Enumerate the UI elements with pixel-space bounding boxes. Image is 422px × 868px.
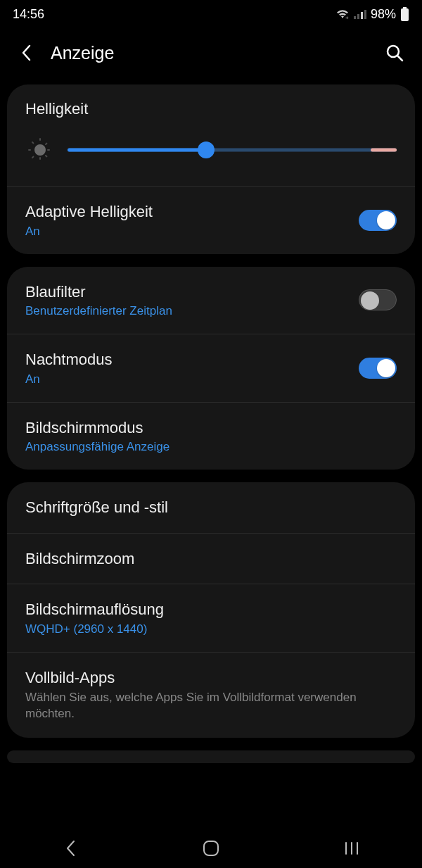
settings-scroll[interactable]: Helligkeit xyxy=(0,77,422,763)
card-display-modes: Blaufilter Benutzerdefinierter Zeitplan … xyxy=(7,267,415,470)
screenmode-status: Anpassungsfähige Anzeige xyxy=(25,440,397,454)
fullscreen-desc: Wählen Sie aus, welche Apps Sie im Vollb… xyxy=(25,690,397,722)
row-brightness: Helligkeit xyxy=(7,84,415,186)
svg-rect-6 xyxy=(401,8,409,21)
font-label: Schriftgröße und -stil xyxy=(25,498,397,517)
bluefilter-toggle[interactable] xyxy=(359,289,397,310)
svg-rect-18 xyxy=(204,841,218,855)
svg-line-8 xyxy=(397,56,402,61)
adaptive-brightness-toggle[interactable] xyxy=(359,210,397,231)
slider-fill xyxy=(68,149,206,152)
page-title: Anzeige xyxy=(51,43,384,63)
fullscreen-label: Vollbild-Apps xyxy=(25,668,397,688)
row-bluefilter[interactable]: Blaufilter Benutzerdefinierter Zeitplan xyxy=(7,267,415,334)
adaptive-brightness-label: Adaptive Helligkeit xyxy=(25,202,345,222)
svg-rect-4 xyxy=(364,10,366,19)
svg-line-14 xyxy=(32,142,34,144)
svg-line-15 xyxy=(46,156,48,158)
nightmode-status: An xyxy=(25,372,345,386)
card-next-peek xyxy=(7,750,415,763)
back-button[interactable] xyxy=(17,44,35,62)
wifi-icon: + xyxy=(335,8,350,20)
svg-line-17 xyxy=(32,156,34,158)
row-screenmode[interactable]: Bildschirmmodus Anpassungsfähige Anzeige xyxy=(7,402,415,470)
adaptive-brightness-status: An xyxy=(25,225,345,239)
nightmode-label: Nachtmodus xyxy=(25,350,345,370)
row-fullscreen-apps[interactable]: Vollbild-Apps Wählen Sie aus, welche App… xyxy=(7,652,415,738)
search-icon xyxy=(385,44,404,62)
row-zoom[interactable]: Bildschirmzoom xyxy=(7,533,415,584)
signal-icon xyxy=(354,9,366,19)
resolution-status: WQHD+ (2960 x 1440) xyxy=(25,622,397,636)
brightness-slider[interactable] xyxy=(68,143,397,157)
battery-icon xyxy=(400,7,409,21)
resolution-label: Bildschirmauflösung xyxy=(25,600,397,619)
svg-rect-2 xyxy=(357,14,359,19)
android-navbar xyxy=(0,829,422,868)
svg-line-16 xyxy=(46,142,48,144)
row-font[interactable]: Schriftgröße und -stil xyxy=(7,482,415,533)
card-brightness: Helligkeit xyxy=(7,84,415,254)
nav-recents-button[interactable] xyxy=(324,834,380,862)
slider-warn-zone xyxy=(371,149,397,152)
row-adaptive-brightness[interactable]: Adaptive Helligkeit An xyxy=(7,186,415,254)
status-bar: 14:56 + 98% xyxy=(0,0,422,28)
row-resolution[interactable]: Bildschirmauflösung WQHD+ (2960 x 1440) xyxy=(7,584,415,652)
chevron-left-icon xyxy=(65,839,76,857)
screenmode-label: Bildschirmmodus xyxy=(25,418,397,438)
nightmode-toggle[interactable] xyxy=(359,358,397,379)
search-button[interactable] xyxy=(384,42,405,63)
svg-point-9 xyxy=(34,144,46,156)
svg-text:+: + xyxy=(345,15,349,20)
card-font-resolution: Schriftgröße und -stil Bildschirmzoom Bi… xyxy=(7,482,415,738)
nav-home-button[interactable] xyxy=(183,834,239,862)
chevron-left-icon xyxy=(21,44,31,61)
status-battery-pct: 98% xyxy=(371,7,396,22)
row-nightmode[interactable]: Nachtmodus An xyxy=(7,334,415,402)
bluefilter-label: Blaufilter xyxy=(25,282,345,302)
svg-rect-5 xyxy=(403,7,407,8)
bluefilter-status: Benutzerdefinierter Zeitplan xyxy=(25,304,345,318)
home-icon xyxy=(202,839,220,857)
brightness-low-icon xyxy=(25,135,55,165)
nav-back-button[interactable] xyxy=(42,834,98,862)
recents-icon xyxy=(343,841,360,855)
svg-rect-3 xyxy=(361,12,363,19)
status-time: 14:56 xyxy=(13,7,44,22)
svg-rect-1 xyxy=(354,16,356,19)
slider-thumb[interactable] xyxy=(198,141,215,158)
status-right: + 98% xyxy=(335,7,409,22)
page-header: Anzeige xyxy=(0,28,422,77)
brightness-title: Helligkeit xyxy=(25,100,397,118)
zoom-label: Bildschirmzoom xyxy=(25,549,397,569)
